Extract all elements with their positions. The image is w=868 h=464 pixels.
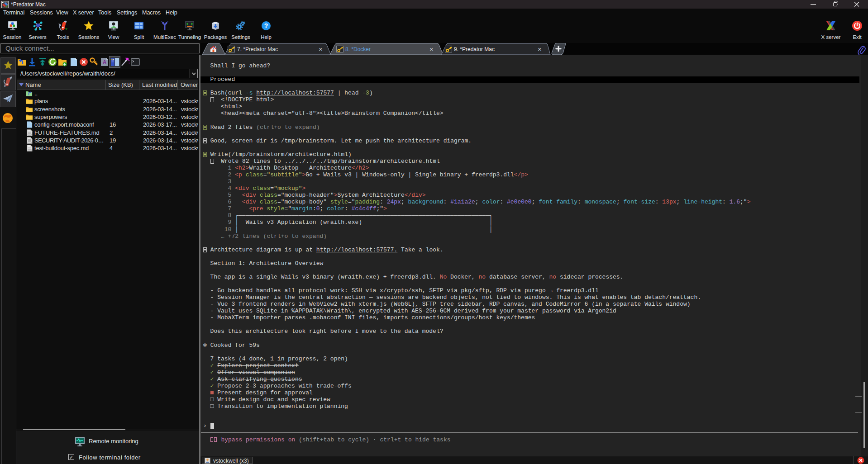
svg-text:A: A <box>103 59 107 66</box>
svg-text:?: ? <box>264 22 268 29</box>
